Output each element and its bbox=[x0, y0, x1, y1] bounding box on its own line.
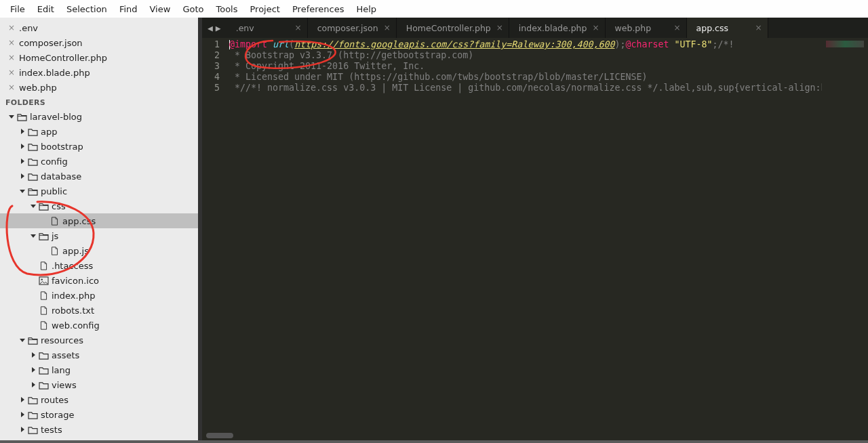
chevron-down-icon[interactable] bbox=[30, 203, 37, 209]
tree-file-app.css[interactable]: app.css bbox=[0, 213, 198, 228]
tree-item-label: storage bbox=[41, 410, 74, 420]
tree-folder-js[interactable]: js bbox=[0, 228, 198, 243]
menu-selection[interactable]: Selection bbox=[60, 2, 113, 16]
tree-folder-storage[interactable]: storage bbox=[0, 407, 198, 422]
close-tab-icon[interactable]: × bbox=[295, 23, 302, 33]
folder-icon bbox=[38, 350, 49, 360]
chevron-right-icon[interactable] bbox=[19, 128, 26, 135]
open-file-name: .env bbox=[19, 23, 38, 33]
chevron-right-icon[interactable] bbox=[19, 143, 26, 150]
tree-folder-laravel-blog[interactable]: laravel-blog bbox=[0, 109, 198, 124]
tree-folder-public[interactable]: public bbox=[0, 184, 198, 198]
tree-item-label: robots.txt bbox=[52, 305, 94, 316]
open-file[interactable]: × HomeController.php bbox=[0, 50, 198, 65]
tab-history-nav: ◀ ▶ bbox=[202, 18, 226, 38]
open-file[interactable]: × composer.json bbox=[0, 35, 198, 50]
tree-file-web.config[interactable]: web.config bbox=[0, 318, 198, 333]
chevron-down-icon[interactable] bbox=[8, 113, 15, 120]
close-tab-icon[interactable]: × bbox=[592, 23, 599, 33]
scrollbar-thumb[interactable] bbox=[206, 433, 233, 438]
folder-open-icon bbox=[16, 111, 27, 122]
chevron-right-icon[interactable] bbox=[30, 352, 37, 358]
tree-folder-tests[interactable]: tests bbox=[0, 422, 198, 437]
nav-back-icon[interactable]: ◀ bbox=[208, 23, 213, 33]
tree-folder-resources[interactable]: resources bbox=[0, 333, 198, 347]
tab-label: index.blade.php bbox=[519, 23, 587, 33]
menu-goto[interactable]: Goto bbox=[176, 2, 210, 16]
folder-open-icon bbox=[27, 186, 38, 196]
tab-web-php[interactable]: web.php× bbox=[606, 18, 687, 38]
open-file[interactable]: × .env bbox=[0, 20, 198, 35]
tree-file-robots.txt[interactable]: robots.txt bbox=[0, 303, 198, 318]
chevron-right-icon[interactable] bbox=[19, 173, 26, 180]
close-icon[interactable]: × bbox=[8, 53, 15, 62]
horizontal-scrollbar[interactable] bbox=[202, 431, 868, 440]
folder-icon bbox=[27, 171, 38, 182]
tree-item-label: .htaccess bbox=[52, 261, 93, 271]
tree-folder-config[interactable]: config bbox=[0, 154, 198, 169]
chevron-right-icon[interactable] bbox=[19, 411, 26, 418]
chevron-right-icon[interactable] bbox=[30, 366, 37, 373]
folder-icon bbox=[27, 126, 38, 137]
tree-item-label: assets bbox=[52, 350, 79, 360]
nav-forward-icon[interactable]: ▶ bbox=[216, 23, 221, 33]
tree-file-app.js[interactable]: app.js bbox=[0, 243, 198, 258]
minimap[interactable] bbox=[822, 38, 868, 431]
menu-edit[interactable]: Edit bbox=[31, 2, 60, 16]
tree-folder-css[interactable]: css bbox=[0, 198, 198, 213]
close-tab-icon[interactable]: × bbox=[384, 23, 391, 33]
tab-composer-json[interactable]: composer.json× bbox=[308, 18, 397, 38]
chevron-down-icon[interactable] bbox=[19, 337, 26, 343]
chevron-down-icon[interactable] bbox=[30, 232, 37, 239]
menu-tools[interactable]: Tools bbox=[210, 2, 243, 16]
close-icon[interactable]: × bbox=[8, 68, 15, 77]
tab-index-blade-php[interactable]: index.blade.php× bbox=[509, 18, 606, 38]
tree-folder-assets[interactable]: assets bbox=[0, 347, 198, 362]
tab-HomeController-php[interactable]: HomeController.php× bbox=[397, 18, 509, 38]
tab--env[interactable]: .env× bbox=[226, 18, 308, 38]
sidebar[interactable]: × .env × composer.json × HomeController.… bbox=[0, 18, 202, 440]
tree-folder-routes[interactable]: routes bbox=[0, 392, 198, 407]
open-file-name: composer.json bbox=[19, 38, 83, 48]
tree-folder-lang[interactable]: lang bbox=[0, 362, 198, 377]
tree-item-label: css bbox=[52, 201, 66, 211]
code-area[interactable]: 1 2 3 4 5 @import url(https://fonts.goog… bbox=[202, 38, 868, 431]
chevron-right-icon[interactable] bbox=[19, 396, 26, 403]
close-icon[interactable]: × bbox=[8, 83, 15, 92]
file-icon bbox=[38, 260, 49, 271]
tree-folder-views[interactable]: views bbox=[0, 377, 198, 392]
open-file-name: index.blade.php bbox=[19, 68, 90, 78]
open-file[interactable]: × web.php bbox=[0, 80, 198, 95]
chevron-down-icon[interactable] bbox=[19, 188, 26, 194]
tab-label: app.css bbox=[696, 23, 750, 33]
tree-item-label: views bbox=[52, 380, 77, 390]
close-tab-icon[interactable]: × bbox=[496, 23, 503, 33]
menu-help[interactable]: Help bbox=[350, 2, 382, 16]
chevron-right-icon[interactable] bbox=[19, 426, 26, 433]
menu-preferences[interactable]: Preferences bbox=[286, 2, 350, 16]
menu-file[interactable]: File bbox=[4, 2, 31, 16]
chevron-right-icon[interactable] bbox=[19, 158, 26, 165]
tree-file-favicon.ico[interactable]: favicon.ico bbox=[0, 273, 198, 288]
tab-label: web.php bbox=[615, 23, 669, 33]
close-tab-icon[interactable]: × bbox=[755, 23, 762, 33]
status-bar bbox=[0, 440, 868, 443]
menu-view[interactable]: View bbox=[144, 2, 177, 16]
menu-find[interactable]: Find bbox=[113, 2, 144, 16]
tree-item-label: index.php bbox=[52, 291, 95, 301]
close-tab-icon[interactable]: × bbox=[673, 23, 680, 33]
tree-folder-bootstrap[interactable]: bootstrap bbox=[0, 139, 198, 154]
close-icon[interactable]: × bbox=[8, 23, 15, 33]
tree-file-index.php[interactable]: index.php bbox=[0, 288, 198, 303]
tab-app-css[interactable]: app.css× bbox=[687, 18, 768, 38]
folders-header: FOLDERS bbox=[0, 95, 198, 109]
close-icon[interactable]: × bbox=[8, 38, 15, 47]
tree-file-.htaccess[interactable]: .htaccess bbox=[0, 258, 198, 273]
open-file[interactable]: × index.blade.php bbox=[0, 65, 198, 80]
chevron-right-icon[interactable] bbox=[30, 381, 37, 388]
code-content[interactable]: @import url(https://fonts.googleapis.com… bbox=[226, 38, 822, 431]
menu-project[interactable]: Project bbox=[243, 2, 285, 16]
tree-folder-app[interactable]: app bbox=[0, 124, 198, 139]
folder-icon bbox=[38, 364, 49, 375]
tree-folder-database[interactable]: database bbox=[0, 169, 198, 184]
